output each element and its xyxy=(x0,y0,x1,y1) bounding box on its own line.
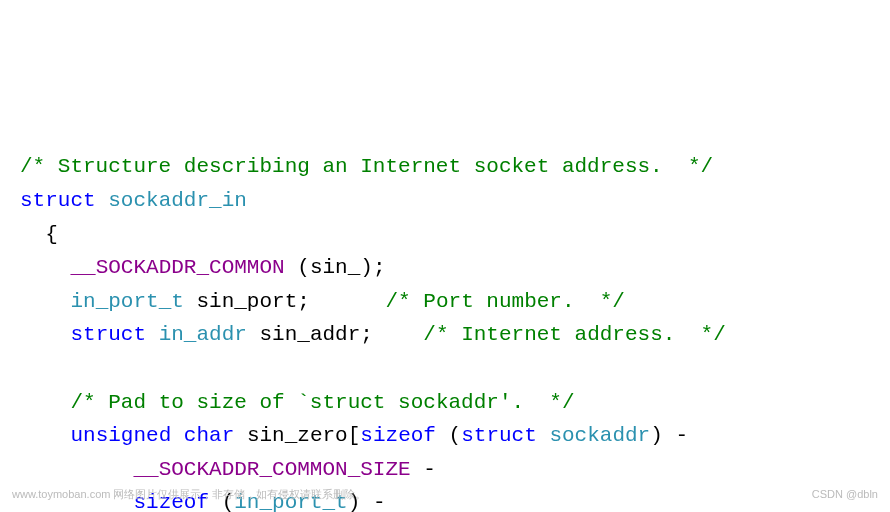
keyword-unsigned: unsigned xyxy=(70,424,171,447)
watermark-right: CSDN @dbln xyxy=(812,486,878,504)
semicolon: ; xyxy=(360,323,373,346)
paren: ( xyxy=(436,424,461,447)
code-block: /* Structure describing an Internet sock… xyxy=(20,150,870,512)
type-sockaddr-in: sockaddr_in xyxy=(108,189,247,212)
macro-args: (sin_); xyxy=(285,256,386,279)
keyword-struct: struct xyxy=(20,189,96,212)
paren-close: ) xyxy=(650,424,663,447)
minus: - xyxy=(411,458,436,481)
watermark-left: www.toymoban.com 网络图片仅供展示，非存储，如有侵权请联系删除。 xyxy=(12,486,366,504)
bracket-open: [ xyxy=(348,424,361,447)
macro-sockaddr-common: __SOCKADDR_COMMON xyxy=(70,256,284,279)
keyword-struct: struct xyxy=(461,424,537,447)
brace-open: { xyxy=(45,223,58,246)
type-in-port-t: in_port_t xyxy=(70,290,183,313)
keyword-char: char xyxy=(184,424,234,447)
type-sockaddr: sockaddr xyxy=(549,424,650,447)
minus: - xyxy=(663,424,688,447)
keyword-sizeof: sizeof xyxy=(360,424,436,447)
macro-common-size: __SOCKADDR_COMMON_SIZE xyxy=(133,458,410,481)
ident-sin-port: sin_port xyxy=(196,290,297,313)
comment-port: /* Port number. */ xyxy=(386,290,625,313)
type-in-addr: in_addr xyxy=(159,323,247,346)
ident-sin-zero: sin_zero xyxy=(247,424,348,447)
keyword-struct: struct xyxy=(70,323,146,346)
ident-sin-addr: sin_addr xyxy=(259,323,360,346)
semicolon: ; xyxy=(297,290,310,313)
comment-pad: /* Pad to size of `struct sockaddr'. */ xyxy=(70,391,574,414)
comment-addr: /* Internet address. */ xyxy=(423,323,725,346)
comment-line: /* Structure describing an Internet sock… xyxy=(20,155,713,178)
